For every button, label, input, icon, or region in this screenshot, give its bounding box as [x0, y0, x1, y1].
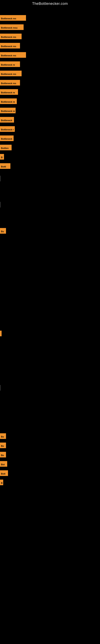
- bar-item: Bo: [0, 433, 6, 439]
- bar-label: Bottl: [0, 163, 10, 169]
- bar-label: Bottleneck: [0, 136, 14, 141]
- bar-label: Bottleneck res: [0, 71, 22, 76]
- bar-item: Bottleneck: [0, 136, 14, 141]
- bar-line: [0, 202, 0, 208]
- bar-item: B: [0, 154, 4, 160]
- bar-item: Bottleneck re: [0, 98, 17, 104]
- bar-line: [0, 331, 1, 336]
- bar-item: Bottleneck res: [0, 80, 20, 86]
- bar-label: Bottleneck res: [0, 34, 22, 39]
- bar-item: Bottl: [0, 163, 10, 169]
- bar-item: Bottleneck re: [0, 89, 18, 95]
- bar-item: Bottleneck res: [0, 34, 22, 39]
- bar-label: Bottleneck re: [0, 62, 20, 67]
- bar-label: Bott: [0, 470, 8, 476]
- bar-item: Bott: [0, 470, 8, 476]
- bar-item: [0, 176, 0, 181]
- bar-label: B: [0, 480, 3, 485]
- bar-line: [0, 176, 0, 181]
- site-title: TheBottlenecker.com: [0, 0, 100, 7]
- bar-item: Bottleneck re: [0, 108, 16, 113]
- bar-label: Bottleneck re: [0, 108, 16, 113]
- bar-label: Bottleneck res: [0, 43, 20, 48]
- bar-item: Bottleneck re: [0, 62, 20, 67]
- bar-label: Bottleneck res: [0, 15, 26, 21]
- bar-item: B: [0, 480, 3, 485]
- bar-item: Bottlen: [0, 145, 12, 150]
- bar-label: B: [0, 154, 4, 160]
- bar-item: Bottleneck res: [0, 52, 26, 58]
- bar-item: [0, 202, 0, 208]
- bar-label: Bottleneck r: [0, 126, 15, 132]
- bar-item: Bottleneck resu: [0, 24, 24, 30]
- bar-label: Bottleneck re: [0, 98, 17, 104]
- bar-label: Bo: [0, 442, 6, 448]
- bar-item: [0, 385, 0, 391]
- bar-item: Bottleneck res: [0, 15, 26, 21]
- bar-item: Bottleneck res: [0, 43, 20, 48]
- bar-label: Bot: [0, 461, 7, 467]
- bar-item: Bot: [0, 461, 7, 467]
- bar-label: Bo: [0, 228, 6, 234]
- bar-label: Bo: [0, 433, 6, 439]
- bar-label: Bo: [0, 452, 6, 458]
- bar-label: Bottleneck res: [0, 52, 26, 58]
- bar-item: [0, 331, 1, 336]
- bar-label: Bottleneck res: [0, 80, 20, 86]
- bar-item: Bottleneck r: [0, 126, 15, 132]
- bar-item: Bo: [0, 442, 6, 448]
- bar-label: Bottlen: [0, 145, 12, 150]
- bar-item: Bo: [0, 228, 6, 234]
- bar-item: Bo: [0, 452, 6, 458]
- bar-item: Bottleneck: [0, 117, 14, 122]
- bar-label: Bottleneck: [0, 117, 14, 122]
- bar-line: [0, 385, 0, 391]
- bar-label: Bottleneck re: [0, 89, 18, 95]
- bar-item: Bottleneck res: [0, 71, 22, 76]
- bar-label: Bottleneck resu: [0, 24, 24, 30]
